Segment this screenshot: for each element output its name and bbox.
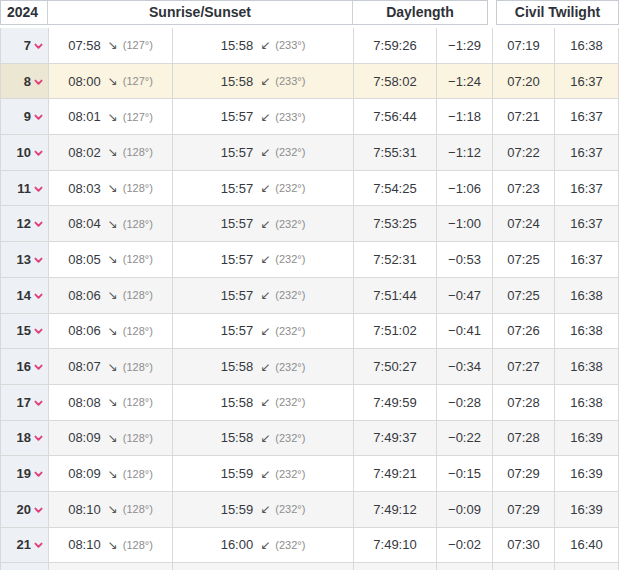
civil-start: 07:29 [507,466,540,481]
daylength-diff-cell: −0:47 [437,278,493,313]
sunrise-cell: 08:03 ↘ (128°) [49,171,173,206]
civil-end-cell: 16:37 [555,206,619,241]
sunset-cell: 15:57 ↙ (232°) [173,135,354,170]
sunrise-cell: 08:05 ↘ (128°) [49,242,173,277]
sunrise-cell: 08:01 ↘ (127°) [49,99,173,134]
table-row: 17 08:08 ↘ (128°) 15:58 ↙ (232°) 7:49:59… [0,385,619,421]
civil-end: 16:37 [570,74,603,89]
table-row: 20 08:10 ↘ (128°) 15:59 ↙ (232°) 7:49:12… [0,492,619,528]
sunrise-arrow-icon: ↘ [108,324,118,338]
civil-start: 07:19 [507,38,540,53]
sunset-time: 15:58 [221,38,254,53]
civil-end-cell: 16:39 [555,421,619,456]
civil-start: 07:21 [507,109,540,124]
sunset-cell: 15:58 ↙ (232°) [173,349,354,384]
daylength-value: 7:49:59 [373,395,416,410]
daylength-value: 7:53:25 [373,216,416,231]
day-cell[interactable]: 20 [1,492,49,527]
day-cell[interactable]: 15 [1,314,49,349]
day-number: 11 [17,181,31,196]
day-cell[interactable]: 18 [1,421,49,456]
daylength-cell: 7:52:31 [354,242,437,277]
sunset-azimuth: (232°) [275,361,305,373]
day-number: 7 [24,38,31,53]
day-cell[interactable]: 9 [1,99,49,134]
daylength-diff: −0:02 [448,537,481,552]
sunset-cell: 15:58 ↙ (233°) [173,64,354,99]
day-cell[interactable]: 7 [1,28,49,63]
daylength-diff: −0:41 [448,323,481,338]
day-cell[interactable]: 14 [1,278,49,313]
daylength-diff-cell: −0:22 [437,421,493,456]
day-cell[interactable]: 17 [1,385,49,420]
sunset-azimuth: (233°) [275,111,305,123]
civil-start: 07:28 [507,395,540,410]
sunrise-azimuth: (128°) [123,325,153,337]
civil-end: 16:38 [570,38,603,53]
civil-end: 16:37 [570,181,603,196]
civil-start: 07:30 [507,537,540,552]
sunrise-azimuth: (128°) [123,289,153,301]
day-cell[interactable]: 8 [1,64,49,99]
sunset-cell: 15:57 ↙ (232°) [173,171,354,206]
day-number: 13 [17,252,31,267]
day-number: 16 [17,359,31,374]
chevron-down-icon [34,542,43,549]
sunset-arrow-icon: ↙ [260,38,270,52]
sunset-time: 15:57 [221,109,254,124]
daylength-value: 7:56:44 [373,109,416,124]
civil-start-cell: 07:28 [493,385,555,420]
day-cell[interactable]: 13 [1,242,49,277]
daylength-diff: −1:00 [448,216,481,231]
table-row: 16 08:07 ↘ (128°) 15:58 ↙ (232°) 7:50:27… [0,349,619,385]
header-gap [488,0,496,25]
daylength-diff-cell: −1:12 [437,135,493,170]
civil-start: 07:25 [507,288,540,303]
day-cell[interactable]: 12 [1,206,49,241]
sunrise-cell: 08:09 ↘ (128°) [49,421,173,456]
daylength-cell: 7:53:25 [354,206,437,241]
sunset-time: 16:00 [221,537,254,552]
sunrise-azimuth: (128°) [123,503,153,515]
sunset-cell: 15:57 ↙ (232°) [173,242,354,277]
civil-end-cell: 16:40 [555,528,619,563]
day-cell[interactable]: 19 [1,456,49,491]
civil-start: 07:24 [507,216,540,231]
sunrise-arrow-icon: ↘ [108,467,118,481]
sunset-cell: 15:59 ↙ (232°) [173,492,354,527]
civil-start-cell: 07:30 [493,528,555,563]
day-cell[interactable]: 21 [1,528,49,563]
civil-start-cell: 07:29 [493,456,555,491]
day-cell[interactable]: 16 [1,349,49,384]
sunrise-arrow-icon: ↘ [108,74,118,88]
civil-start-cell: 07:20 [493,64,555,99]
day-number: 18 [17,430,31,445]
sunset-cell: 15:57 ↙ (232°) [173,314,354,349]
daylength-cell: 7:55:31 [354,135,437,170]
sunrise-time: 08:00 [68,74,101,89]
daylength-diff: −1:06 [448,181,481,196]
daylength-value: 7:59:26 [373,38,416,53]
daylength-cell: 7:51:02 [354,314,437,349]
sunset-azimuth: (232°) [275,325,305,337]
chevron-down-icon [34,293,43,300]
civil-start: 07:28 [507,430,540,445]
daylength-cell: 7:58:02 [354,64,437,99]
table-row: 8 08:00 ↘ (127°) 15:58 ↙ (233°) 7:58:02 … [0,64,619,100]
civil-end-cell: 16:38 [555,28,619,63]
sunset-time: 15:58 [221,74,254,89]
sunset-time: 15:57 [221,323,254,338]
day-number: 14 [17,288,31,303]
day-number: 15 [17,323,31,338]
sunset-arrow-icon: ↙ [260,324,270,338]
day-cell[interactable]: 10 [1,135,49,170]
sunset-arrow-icon: ↙ [260,538,270,552]
table-row: 9 08:01 ↘ (127°) 15:57 ↙ (233°) 7:56:44 … [0,99,619,135]
chevron-down-icon [34,257,43,264]
civil-start: 07:20 [507,74,540,89]
chevron-down-icon [34,364,43,371]
day-cell[interactable]: 11 [1,171,49,206]
sunrise-cell: 08:00 ↘ (127°) [49,64,173,99]
civil-start: 07:29 [507,502,540,517]
daylength-cell: 7:49:12 [354,492,437,527]
